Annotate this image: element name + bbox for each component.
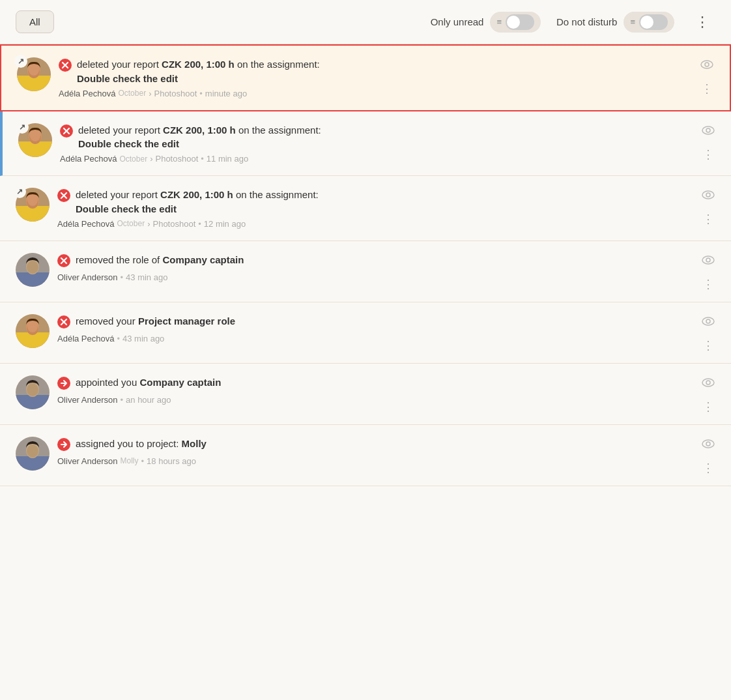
notif-text: appointed you Company captain: [76, 375, 221, 390]
svg-point-60: [702, 379, 714, 386]
dot-separator: •: [141, 456, 145, 466]
header-bar: All Only unread ≡ Do not disturb ≡ ⋮: [0, 0, 731, 44]
toggle-track-dnd[interactable]: [639, 14, 668, 30]
notifications-list: ↗ deleted your report CZK 200, 1:00 h on…: [0, 44, 731, 486]
mark-read-button[interactable]: [700, 57, 714, 75]
breadcrumb-separator: October: [118, 89, 146, 98]
avatar: [16, 314, 50, 348]
notif-text: deleted your report CZK 200, 1:00 h on t…: [76, 188, 319, 216]
more-options-button[interactable]: ⋮: [701, 83, 713, 95]
breadcrumb-separator: October: [119, 154, 147, 164]
avatar-wrap: ↗: [17, 57, 51, 91]
svg-point-61: [706, 381, 710, 385]
notif-text: removed your Project manager role: [76, 314, 235, 328]
svg-point-69: [706, 442, 710, 446]
notif-actions: ⋮: [701, 375, 715, 413]
svg-point-9: [701, 61, 713, 68]
svg-point-42: [706, 258, 710, 262]
only-unread-toggle[interactable]: ≡: [490, 12, 541, 33]
notif-actions: ⋮: [701, 437, 715, 474]
svg-rect-64: [16, 456, 50, 471]
do-not-disturb-toggle-group: Do not disturb ≡: [556, 12, 674, 33]
dot-separator: •: [121, 272, 124, 282]
mark-read-button[interactable]: [701, 375, 715, 393]
only-unread-label: Only unread: [431, 16, 484, 27]
mark-read-button[interactable]: [701, 437, 715, 454]
notif-text: assigned you to project: Molly: [76, 437, 207, 451]
breadcrumb-item: Photoshoot: [152, 219, 195, 229]
notif-actions: ⋮: [700, 57, 714, 95]
more-options-button[interactable]: ⋮: [702, 213, 714, 225]
error-icon: [60, 123, 73, 140]
notification-item: removed the role of Company captainOlive…: [0, 241, 731, 302]
notif-main-line: assigned you to project: Molly: [57, 437, 693, 454]
timestamp: an hour ago: [126, 395, 171, 405]
notification-item: ↗ deleted your report CZK 200, 1:00 h on…: [0, 111, 731, 177]
error-icon: [57, 253, 70, 270]
breadcrumb-separator: Molly: [121, 456, 139, 465]
notif-actions: ⋮: [701, 253, 715, 290]
notifications-container: All Only unread ≡ Do not disturb ≡ ⋮ ↗: [0, 0, 731, 486]
notif-actions: ⋮: [701, 314, 715, 351]
notification-item: assigned you to project: MollyOliver And…: [0, 425, 731, 486]
more-options-button[interactable]: ⋮: [702, 278, 714, 290]
only-unread-toggle-group: Only unread ≡: [431, 12, 541, 33]
more-options-button[interactable]: ⋮: [702, 462, 714, 474]
arrow-badge: ↗: [16, 121, 29, 134]
notif-main-line: appointed you Company captain: [57, 375, 693, 392]
breadcrumb-separator: October: [117, 219, 145, 228]
more-options-button[interactable]: ⋮: [702, 401, 714, 413]
notif-actions: ⋮: [701, 188, 715, 225]
filter-icon-dnd: ≡: [630, 17, 635, 27]
toggle-track-unread[interactable]: [506, 14, 534, 30]
timestamp: 18 hours ago: [147, 456, 196, 466]
mark-read-button[interactable]: [701, 253, 715, 270]
error-icon: [59, 57, 72, 74]
notif-text: removed the role of Company captain: [76, 253, 244, 267]
notif-content: removed your Project manager roleAdéla P…: [57, 314, 693, 343]
error-icon: [57, 314, 70, 331]
person-name: Adéla Pechová: [57, 219, 114, 229]
mark-read-button[interactable]: [701, 314, 715, 332]
more-options-button[interactable]: ⋮: [690, 11, 715, 33]
arrow-badge: ↗: [14, 55, 27, 68]
more-options-button[interactable]: ⋮: [702, 149, 714, 160]
notif-meta: Adéla Pechová October › Photoshoot • 12 …: [57, 219, 693, 229]
all-filter-button[interactable]: All: [16, 10, 54, 33]
error-icon: [57, 188, 70, 205]
svg-point-66: [27, 445, 38, 458]
avatar-wrap: ↗: [18, 123, 52, 157]
notification-item: appointed you Company captainOliver Ande…: [0, 364, 731, 425]
mark-read-button[interactable]: [701, 123, 715, 141]
timestamp: minute ago: [205, 89, 247, 98]
arrow-right-icon: [57, 375, 70, 392]
do-not-disturb-toggle[interactable]: ≡: [624, 12, 674, 33]
notif-main-line: deleted your report CZK 200, 1:00 h on t…: [59, 57, 692, 86]
timestamp: 43 min ago: [126, 272, 167, 282]
avatar-wrap: [16, 437, 50, 471]
svg-point-68: [702, 440, 714, 448]
svg-point-31: [702, 191, 714, 199]
notif-content: removed the role of Company captainOlive…: [57, 253, 693, 282]
person-name: Oliver Anderson: [57, 456, 118, 466]
notif-content: assigned you to project: MollyOliver And…: [57, 437, 693, 466]
person-name: Adéla Pechová: [59, 89, 115, 98]
breadcrumb-item: Photoshoot: [155, 154, 198, 164]
svg-point-21: [706, 128, 710, 132]
notif-meta: Oliver Anderson Molly • 18 hours ago: [57, 456, 693, 466]
svg-point-32: [706, 193, 710, 197]
notif-meta: Adéla Pechová • 43 min ago: [57, 334, 693, 343]
more-options-button[interactable]: ⋮: [702, 340, 714, 351]
breadcrumb-item: Photoshoot: [154, 89, 197, 98]
notif-meta: Oliver Anderson • 43 min ago: [57, 272, 693, 282]
mark-read-button[interactable]: [701, 188, 715, 205]
breadcrumb-arrow: ›: [147, 219, 150, 229]
notif-content: deleted your report CZK 200, 1:00 h on t…: [60, 123, 693, 164]
svg-point-37: [27, 261, 38, 274]
person-name: Adéla Pechová: [60, 154, 117, 164]
svg-point-27: [27, 194, 38, 206]
avatar-wrap: [16, 314, 50, 348]
person-name: Oliver Anderson: [57, 272, 118, 282]
timestamp: 12 min ago: [204, 219, 246, 229]
notif-meta: Adéla Pechová October › Photoshoot • 11 …: [60, 154, 693, 164]
